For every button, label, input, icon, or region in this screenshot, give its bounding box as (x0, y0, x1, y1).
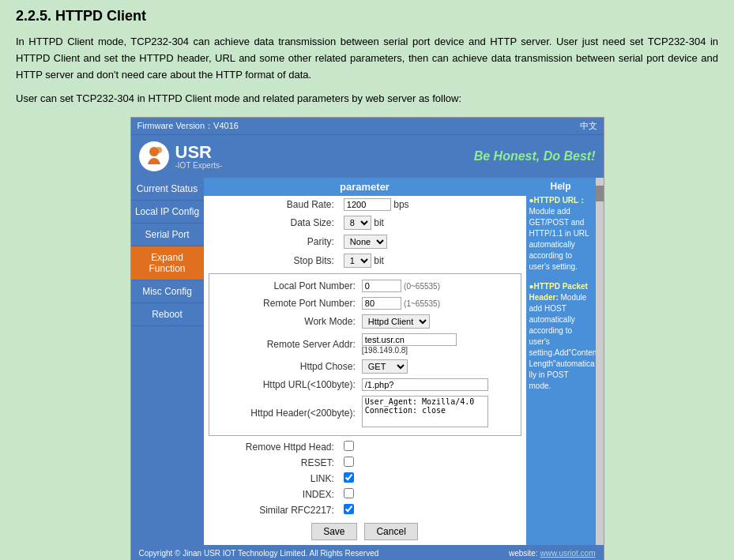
httpd-url-row: Httpd URL(<100byte): (213, 376, 518, 393)
httpd-header-textarea[interactable]: User_Agent: Mozilla/4.0 Connection: clos… (362, 396, 488, 427)
parity-row: Parity: None Even Odd (204, 232, 526, 251)
rfc2217-row: Similar RFC2217: (204, 502, 526, 518)
httpd-chose-value: GET POST (359, 357, 518, 376)
sidebar-item-local-ip-config[interactable]: Local IP Config (131, 201, 204, 224)
local-port-value: (0~65535) (359, 277, 518, 295)
intro-paragraph-2: User can set TCP232-304 in HTTPD Client … (16, 91, 718, 107)
sidebar-item-misc-config[interactable]: Misc Config (131, 280, 204, 303)
logo-icon (139, 141, 169, 171)
cancel-button[interactable]: Cancel (364, 523, 417, 540)
sidebar: Current Status Local IP Config Serial Po… (131, 178, 204, 545)
param-header: parameter (204, 178, 526, 196)
buttons-row: Save Cancel (204, 518, 526, 545)
firmware-bar: Firmware Version：V4016 中文 (131, 118, 604, 135)
work-mode-row: Work Mode: Httpd Client TCP Client TCP S… (213, 312, 518, 331)
remove-httpd-checkbox[interactable] (344, 441, 354, 451)
httpd-chose-select[interactable]: GET POST (362, 359, 408, 374)
footer-website-link[interactable]: www.usriot.com (540, 549, 595, 558)
httpd-header-row: Httpd Header(<200byte): User_Agent: Mozi… (213, 393, 518, 432)
index-row: INDEX: (204, 487, 526, 502)
work-mode-value: Httpd Client TCP Client TCP Server UDP (359, 312, 518, 331)
intro-paragraph-1: In HTTPD Client mode, TCP232-304 can ach… (16, 34, 718, 83)
param-table: Baud Rate: bps Data Size: 8 7 (204, 196, 526, 270)
remove-httpd-row: Remove Httpd Head: (204, 439, 526, 455)
link-label: LINK: (204, 471, 339, 487)
sidebar-item-reboot[interactable]: Reboot (131, 303, 204, 326)
logo-text: USR -IOT Experts- (175, 144, 223, 170)
scrollbar[interactable] (596, 178, 604, 545)
help-item-2: ●HTTPD Packet Header: Module add HOST au… (529, 281, 593, 392)
remote-server-ip: [198.149.0.8] (362, 346, 514, 355)
save-button[interactable]: Save (311, 523, 356, 540)
rfc2217-checkbox[interactable] (344, 504, 354, 514)
header-section: USR -IOT Experts- Be Honest, Do Best! (131, 135, 604, 178)
sidebar-item-expand-function[interactable]: Expand Function (131, 246, 204, 280)
link-cell (339, 471, 526, 487)
brand-tagline: -IOT Experts- (175, 161, 223, 170)
footer-website-label: website: (509, 549, 538, 558)
data-size-select[interactable]: 8 7 (344, 216, 371, 230)
help-item-1: ●HTTPD URL： Module add GET/POST and HTTP… (529, 195, 593, 272)
baud-rate-label: Baud Rate: (204, 196, 339, 213)
logo-area: USR -IOT Experts- (139, 141, 223, 171)
remote-server-input[interactable] (362, 333, 457, 346)
baud-rate-value: bps (339, 196, 526, 213)
work-mode-select[interactable]: Httpd Client TCP Client TCP Server UDP (362, 314, 430, 329)
scroll-thumb[interactable] (596, 186, 604, 201)
baud-rate-unit: bps (393, 199, 408, 210)
brand-name: USR (175, 144, 223, 161)
rfc2217-cell (339, 502, 526, 518)
httpd-chose-label: Httpd Chose: (213, 357, 359, 376)
data-size-row: Data Size: 8 7 bit (204, 213, 526, 232)
sidebar-item-serial-port[interactable]: Serial Port (131, 224, 204, 246)
httpd-url-value (359, 376, 518, 393)
local-port-label: Local Port Number: (213, 277, 359, 295)
footer-website: website: www.usriot.com (509, 549, 595, 558)
remote-server-value: [198.149.0.8] (359, 331, 518, 357)
stop-bits-row: Stop Bits: 1 2 bit (204, 251, 526, 270)
stop-bits-value: 1 2 bit (339, 251, 526, 270)
data-size-value: 8 7 bit (339, 213, 526, 232)
remote-port-value: (1~65535) (359, 295, 518, 312)
language-switch[interactable]: 中文 (580, 120, 597, 132)
help-panel: Help ●HTTPD URL： Module add GET/POST and… (526, 178, 596, 545)
section-heading: 2.2.5. HTTPD Client (16, 8, 718, 24)
sidebar-item-current-status[interactable]: Current Status (131, 178, 204, 201)
local-port-input[interactable] (362, 280, 401, 292)
httpd-chose-row: Httpd Chose: GET POST (213, 357, 518, 376)
link-checkbox[interactable] (344, 472, 354, 483)
help-item-2-text: Module add HOST automatically according … (529, 293, 602, 390)
checkboxes-table: Remove Httpd Head: RESET: LINK: (204, 439, 526, 518)
help-item-1-text: Module add GET/POST and HTTP/1.1 in URL … (529, 207, 589, 271)
remote-port-input[interactable] (362, 297, 401, 310)
parity-value: None Even Odd (339, 232, 526, 251)
data-size-label: Data Size: (204, 213, 339, 232)
help-item-1-heading: ●HTTPD URL： (529, 196, 587, 205)
index-checkbox[interactable] (344, 488, 354, 498)
httpd-header-value: User_Agent: Mozilla/4.0 Connection: clos… (359, 393, 518, 432)
reset-checkbox[interactable] (344, 457, 354, 467)
reset-label: RESET: (204, 455, 339, 471)
port-table: Local Port Number: (0~65535) Remote Port… (213, 277, 518, 432)
local-port-range: (0~65535) (404, 282, 440, 291)
reset-row: RESET: (204, 455, 526, 471)
stop-bits-select[interactable]: 1 2 (344, 254, 371, 268)
httpd-url-label: Httpd URL(<100byte): (213, 376, 359, 393)
parity-label: Parity: (204, 232, 339, 251)
content-area: parameter Baud Rate: bps Data Size: (204, 178, 526, 545)
stop-bits-label: Stop Bits: (204, 251, 339, 270)
help-title: Help (529, 181, 593, 192)
remote-server-row: Remote Server Addr: [198.149.0.8] (213, 331, 518, 357)
parity-select[interactable]: None Even Odd (344, 235, 387, 249)
httpd-url-input[interactable] (362, 378, 488, 391)
httpd-header-label: Httpd Header(<200byte): (213, 393, 359, 432)
footer-copyright: Copyright © Jinan USR IOT Technology Lim… (139, 549, 379, 558)
remote-port-range: (1~65535) (404, 299, 440, 308)
reset-cell (339, 455, 526, 471)
baud-rate-input[interactable] (344, 198, 391, 211)
link-row: LINK: (204, 471, 526, 487)
remote-server-label: Remote Server Addr: (213, 331, 359, 357)
work-mode-label: Work Mode: (213, 312, 359, 331)
slogan: Be Honest, Do Best! (474, 149, 596, 163)
port-section: Local Port Number: (0~65535) Remote Port… (209, 273, 521, 436)
